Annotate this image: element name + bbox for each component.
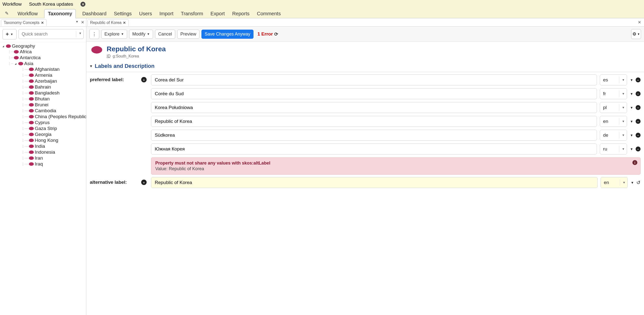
breadcrumb-current[interactable]: South Korea updates [29,1,73,7]
label-value-input[interactable] [151,130,597,141]
property-alternative-label: alternative label: + en ▼ ▼ ↺ [90,177,640,188]
add-value-button[interactable]: + [141,180,146,185]
section-labels-and-description[interactable]: ▼ Labels and Description [86,60,644,72]
tree-node[interactable]: ⋮┈┈Cyprus [21,120,85,125]
tree-node[interactable]: ⋮┈┈Georgia [21,132,85,137]
nav-workflow[interactable]: Workflow [16,9,39,18]
chevron-down-icon[interactable]: ▼ [630,106,633,109]
tree-node[interactable]: ⋮┈┈Armenia [21,72,85,78]
tree-node[interactable]: ⋮┈◢Asia [8,61,85,66]
add-value-button[interactable]: + [141,77,146,82]
nav-reports[interactable]: Reports [231,9,250,18]
language-select[interactable]: en▼ [600,116,627,127]
tree-node[interactable]: ⋮┈┈Hong Kong [21,138,85,143]
label-value-input[interactable] [151,116,597,127]
chevron-down-icon: ▼ [622,133,625,137]
nav-comments[interactable]: Comments [256,9,282,18]
chevron-down-icon[interactable]: ▼ [630,92,633,96]
nav-transform[interactable]: Transform [180,9,204,18]
save-button[interactable]: Save Changes Anyway [202,29,254,39]
breadcrumb-workflow[interactable]: Workflow [2,1,22,7]
edit-icon[interactable]: ✎ [5,10,9,16]
settings-button[interactable]: ⚙ ▼ [631,29,641,39]
collapse-icon[interactable]: ◢ [2,45,5,48]
tree-node[interactable]: ⋮┈┈Cambodia [21,108,85,113]
chevron-down-icon[interactable]: ▼ [630,78,633,82]
tree-node[interactable]: ⋮┈┈Bahrain [21,84,85,90]
more-actions-button[interactable]: ⋮ [89,29,99,39]
add-concept-button[interactable]: + ▼ [2,29,16,39]
language-select[interactable]: es▼ [600,74,627,85]
concept-tree[interactable]: ◢ Geography ⋮┈Africa⋮┈Antarctica⋮┈◢Asia⋮… [0,42,86,315]
tree-node[interactable]: ⋮┈┈Brunei [21,102,85,108]
tree-node[interactable]: ⋮┈┈Azerbaijan [21,78,85,84]
value-row: de▼▼− [151,130,640,141]
validation-error: Property must not share any values with … [151,157,640,175]
main-tab-republic-of-korea[interactable]: Republic of Korea ✕ [88,19,128,26]
label-value-input[interactable] [151,144,597,154]
nav-export[interactable]: Export [210,9,226,18]
chevron-down-icon[interactable]: ▼ [79,31,82,35]
chevron-down-icon[interactable]: ▼ [76,20,78,25]
tree-node[interactable]: ⋮┈┈Iraq [21,161,85,167]
nav-settings[interactable]: Settings [113,9,132,18]
chevron-down-icon[interactable]: ▼ [630,120,633,123]
remove-value-button[interactable]: − [636,77,640,82]
close-panel-icon[interactable]: ✕ [81,20,84,25]
collapse-icon[interactable]: ▼ [89,64,93,68]
search-input[interactable] [18,29,84,39]
cancel-button[interactable]: Cancel [155,29,175,39]
tree-label: Cambodia [35,108,56,113]
language-select[interactable]: de▼ [600,130,627,141]
undo-icon[interactable]: ↺ [636,180,640,186]
error-count-badge[interactable]: 1 Error ⟳ [258,31,278,37]
tree-connector: ⋮┈┈ [21,79,28,83]
tree-node[interactable]: ⋮┈┈Bhutan [21,96,85,102]
language-select[interactable]: ru▼ [600,144,627,154]
remove-value-button[interactable]: − [636,133,640,138]
language-select[interactable]: pl▼ [600,102,627,113]
remove-value-button[interactable]: − [636,119,640,124]
info-icon[interactable]: i [632,160,637,165]
tree-node[interactable]: ⋮┈┈Gaza Strip [21,126,85,131]
close-panel-icon[interactable]: ✕ [638,20,641,25]
tree-node[interactable]: ⋮┈Africa [8,49,85,54]
explore-button[interactable]: Explore ▼ [101,29,127,39]
tree-node[interactable]: ⋮┈┈Bangladesh [21,90,85,96]
chevron-down-icon: ▼ [622,120,625,123]
tree-node[interactable]: ⋮┈┈India [21,144,85,149]
tree-node[interactable]: ⋮┈┈Indonesia [21,149,85,155]
modify-button[interactable]: Modify ▼ [129,29,153,39]
tree-node[interactable]: ⋮┈┈Iran [21,155,85,161]
nav-dashboard[interactable]: Dashboard [81,9,107,18]
label-value-input[interactable] [151,102,597,113]
collapse-icon[interactable]: ◢ [14,62,17,65]
value-row: fr▼▼− [151,88,640,99]
tree-node[interactable]: ⋮┈Antarctica [8,55,85,60]
chevron-down-icon[interactable]: ▼ [630,133,633,137]
language-select[interactable]: fr▼ [600,88,627,99]
error-title: Property must not share any values with … [155,161,636,166]
label-value-input[interactable] [151,177,598,188]
nav-import[interactable]: Import [158,9,174,18]
tree-node[interactable]: ⋮┈┈China (Peoples Republic) [21,114,85,119]
close-icon[interactable]: ✕ [123,21,126,25]
remove-value-button[interactable]: − [636,91,640,96]
refresh-icon[interactable]: ⟳ [274,31,278,37]
nav-users[interactable]: Users [138,9,153,18]
preview-button[interactable]: Preview [177,29,200,39]
close-workflow-icon[interactable]: ✕ [80,2,86,7]
chevron-down-icon[interactable]: ▼ [631,181,634,185]
remove-value-button[interactable]: − [636,105,640,110]
concept-icon [29,150,34,154]
nav-taxonomy[interactable]: Taxonomy [44,9,76,18]
tree-node-geography[interactable]: ◢ Geography [2,43,85,49]
tree-node[interactable]: ⋮┈┈Afghanistan [21,67,85,72]
remove-value-button[interactable]: − [636,147,640,151]
label-value-input[interactable] [151,88,597,99]
chevron-down-icon[interactable]: ▼ [630,147,633,151]
label-value-input[interactable] [151,74,597,85]
sidebar-tab-concepts[interactable]: Taxonomy Concepts ✕ [1,19,47,26]
language-select[interactable]: en ▼ [600,177,628,188]
close-icon[interactable]: ✕ [41,21,44,25]
